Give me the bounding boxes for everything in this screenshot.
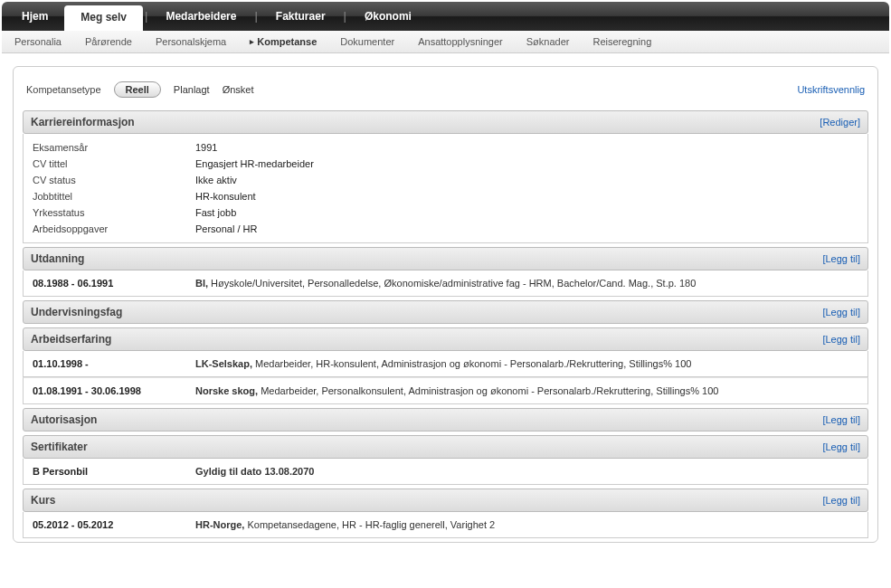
tab-medarbeidere[interactable]: Medarbeidere (149, 2, 252, 31)
cert-row[interactable]: B Personbil Gyldig til dato 13.08.2070 (23, 459, 868, 485)
filter-planlagt[interactable]: Planlagt (174, 84, 210, 95)
section-title: Kurs (31, 494, 55, 507)
row-text: BI, Høyskole/Universitet, Personalledels… (195, 278, 696, 289)
row-date: 08.1988 - 06.1991 (33, 278, 195, 289)
kv-value: HR-konsulent (195, 191, 256, 202)
work-row[interactable]: 01.10.1998 - LK-Selskap, Medarbeider, HR… (23, 351, 868, 377)
section-header-course: Kurs [Legg til] (23, 488, 868, 512)
kv-value: Engasjert HR-medarbeider (195, 158, 314, 169)
section-header-cert: Sertifikater [Legg til] (23, 435, 868, 459)
subnav-personalia[interactable]: Personalia (14, 36, 62, 47)
section-title: Arbeidserfaring (31, 333, 111, 346)
row-text: Gyldig til dato 13.08.2070 (195, 466, 314, 477)
row-text: HR-Norge, Kompetansedagene, HR - HR-fagl… (195, 519, 495, 530)
kv-value: 1991 (195, 142, 217, 153)
add-auth-link[interactable]: [Legg til] (822, 414, 860, 425)
section-header-work: Arbeidserfaring [Legg til] (23, 327, 868, 351)
subnav-kompetanse[interactable]: Kompetanse (250, 36, 317, 47)
subnav-parorende[interactable]: Pårørende (85, 36, 132, 47)
kv-label: Jobbtittel (33, 191, 195, 202)
content-panel: Kompetansetype Reell Planlagt Ønsket Uts… (13, 66, 878, 543)
section-header-education: Utdanning [Legg til] (23, 247, 868, 270)
course-row[interactable]: 05.2012 - 05.2012 HR-Norge, Kompetanseda… (23, 512, 868, 538)
tab-meg-selv[interactable]: Meg selv (64, 5, 143, 31)
subnav-personalskjema[interactable]: Personalskjema (156, 36, 226, 47)
section-header-teaching: Undervisningsfag [Legg til] (23, 300, 868, 324)
section-title: Utdanning (31, 252, 84, 265)
kv-label: Eksamensår (33, 142, 195, 153)
filter-reell[interactable]: Reell (114, 81, 161, 98)
print-friendly-link[interactable]: Utskriftsvennlig (797, 84, 865, 95)
section-title: Karriereinformasjon (31, 116, 135, 128)
sub-nav: Personalia Pårørende Personalskjema Komp… (2, 31, 889, 53)
subnav-soknader[interactable]: Søknader (526, 36, 570, 47)
row-text: LK-Selskap, Medarbeider, HR-konsulent, A… (195, 358, 691, 369)
kv-value: Ikke aktiv (195, 175, 237, 185)
section-header-career: Karriereinformasjon [Rediger] (23, 110, 868, 134)
subnav-reiseregning[interactable]: Reiseregning (592, 36, 651, 47)
add-course-link[interactable]: [Legg til] (822, 495, 860, 506)
work-row[interactable]: 01.08.1991 - 30.06.1998 Norske skog, Med… (23, 377, 868, 404)
kv-value: Fast jobb (195, 207, 236, 218)
section-body-career: Eksamensår1991 CV tittelEngasjert HR-med… (23, 134, 868, 243)
subnav-dokumenter[interactable]: Dokumenter (340, 36, 394, 47)
filter-row: Kompetansetype Reell Planlagt Ønsket Uts… (23, 76, 868, 107)
add-education-link[interactable]: [Legg til] (822, 253, 860, 264)
kv-value: Personal / HR (195, 223, 257, 234)
row-date: 01.08.1991 - 30.06.1998 (33, 385, 195, 396)
filter-onsket[interactable]: Ønsket (223, 84, 254, 95)
kv-label: CV status (33, 175, 195, 185)
subnav-ansattopplysninger[interactable]: Ansattopplysninger (418, 36, 503, 47)
kv-label: Arbeidsoppgaver (33, 223, 195, 234)
tab-hjem[interactable]: Hjem (5, 2, 64, 31)
nav-separator: | (252, 2, 259, 31)
add-cert-link[interactable]: [Legg til] (822, 441, 860, 452)
section-title: Autorisasjon (31, 413, 97, 426)
row-date: 05.2012 - 05.2012 (33, 519, 195, 530)
section-header-auth: Autorisasjon [Legg til] (23, 408, 868, 432)
section-title: Sertifikater (31, 441, 88, 453)
tab-okonomi[interactable]: Økonomi (348, 2, 428, 31)
kv-label: CV tittel (33, 158, 195, 169)
row-date: B Personbil (33, 466, 195, 477)
education-row[interactable]: 08.1988 - 06.1991 BI, Høyskole/Universit… (23, 270, 868, 297)
row-date: 01.10.1998 - (33, 358, 195, 369)
top-nav: Hjem Meg selv | Medarbeidere | Fakturaer… (2, 2, 889, 31)
add-work-link[interactable]: [Legg til] (822, 334, 860, 345)
row-text: Norske skog, Medarbeider, Personalkonsul… (195, 385, 718, 396)
tab-fakturaer[interactable]: Fakturaer (260, 2, 342, 31)
filter-label: Kompetansetype (26, 84, 101, 95)
edit-career-link[interactable]: [Rediger] (820, 117, 860, 128)
add-teaching-link[interactable]: [Legg til] (822, 307, 860, 318)
nav-separator: | (143, 2, 149, 31)
kv-label: Yrkesstatus (33, 207, 195, 218)
section-title: Undervisningsfag (31, 306, 122, 318)
nav-separator: | (342, 2, 348, 31)
